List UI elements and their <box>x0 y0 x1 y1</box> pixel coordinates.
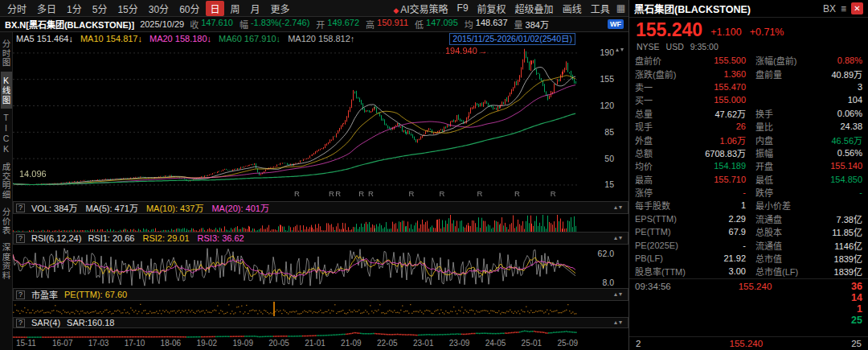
toolbar-menu-item[interactable]: ◆AI交易策略 <box>393 2 448 15</box>
sidebar-item-分价表[interactable]: 分价表 <box>1 204 12 240</box>
quote-row: 总额6708.83万振幅0.56% <box>629 146 868 159</box>
layout-grid-icon[interactable]: ▦ <box>616 2 625 14</box>
quote-label: 最高 <box>635 173 685 186</box>
quote-label: 流通盘 <box>746 212 799 225</box>
quote-label: 开盘 <box>746 159 799 172</box>
timeframe-tab-多日[interactable]: 多日 <box>33 1 60 16</box>
timeframe-tab-30分[interactable]: 30分 <box>145 1 173 16</box>
info-bar: BX.N[黑石集团(BLACKSTONE)] 2025/10/29 收147.6… <box>0 17 628 32</box>
quote-label: 总额 <box>635 146 685 159</box>
collapse-up-icon[interactable]: ▴ <box>614 291 617 298</box>
toolbar-menu-item[interactable]: 工具 <box>591 2 610 15</box>
info-field: 幅-1.83%(-2.746) <box>240 18 309 31</box>
timeframe-tab-1分[interactable]: 1分 <box>63 1 86 16</box>
collapse-up-icon[interactable]: ▴ <box>616 47 619 53</box>
x-axis-label: 16-07 <box>52 339 73 348</box>
volume-canvas[interactable] <box>13 214 577 232</box>
timeframe-tab-周[interactable]: 周 <box>227 1 244 16</box>
pe-canvas[interactable] <box>13 301 577 317</box>
sidebar-item-深度资料[interactable]: 深度资料 <box>1 239 12 284</box>
quote-label: 流通值 <box>746 239 799 252</box>
quote-value: 46.56万 <box>799 134 862 146</box>
quote-label: 涨幅(盘前) <box>746 54 799 67</box>
toolbar-menu-item[interactable]: 前复权 <box>477 2 506 15</box>
quote-value: 104 <box>799 95 862 105</box>
quote-row: 外盘1.06万内盘46.56万 <box>629 133 868 146</box>
quote-value: 24.38 <box>799 121 862 131</box>
help-icon[interactable]: ? <box>16 290 25 299</box>
sidebar-item-分时图[interactable]: 分时图 <box>1 35 12 72</box>
price-row: 155.240 +1.100 +0.71% <box>629 18 868 40</box>
date-range-box[interactable]: 2015/11/25-2026/01/02(2540日) <box>449 33 575 45</box>
sidebar-item-成交明细[interactable]: 成交明细 <box>1 159 12 204</box>
price-change: +1.100 <box>710 27 742 40</box>
quote-row: 现手26量比24.38 <box>629 120 868 133</box>
quote-row: PE(TTM)67.9总股本11.85亿 <box>629 225 868 238</box>
volume-header-value: VOL: 384万 <box>31 201 77 214</box>
quote-row: 涨停-跌停- <box>629 186 868 199</box>
info-field-label: 均 <box>465 18 473 31</box>
collapse-down-icon[interactable]: ▾ <box>619 319 622 326</box>
collapse-down-icon[interactable]: ▾ <box>619 291 622 298</box>
quote-value: 0.56% <box>799 148 862 158</box>
close-icon[interactable]: ✕ <box>851 2 863 14</box>
quote-label: 换手 <box>746 107 799 120</box>
quote-value: 155.500 <box>685 56 746 65</box>
timeframe-tab-更多[interactable]: 更多 <box>267 1 294 16</box>
info-field-label: 量 <box>514 18 523 31</box>
main-chart-canvas[interactable] <box>13 45 577 190</box>
wf-badge[interactable]: WF <box>608 19 624 29</box>
footer-left: 2 <box>636 339 641 348</box>
info-field-value: -1.83%(-2.746) <box>251 18 309 31</box>
timeframe-tab-15分[interactable]: 15分 <box>113 1 141 16</box>
tick-volume: 25 <box>829 315 862 326</box>
timeframe-tab-60分[interactable]: 60分 <box>175 1 203 16</box>
charts-stack: MA5 151.464↓MA10 154.817↓MA20 158.180↓MA… <box>13 32 628 350</box>
collapse-up-icon[interactable]: ▴ <box>614 204 617 211</box>
quote-label: 振幅 <box>746 146 799 159</box>
sar-pane-header: ? SAR(4) SAR:160.18 ▴▾ <box>13 317 628 328</box>
toolbar-menu-item[interactable]: 画线 <box>563 2 582 15</box>
collapse-down-icon[interactable]: ▾ <box>620 47 624 53</box>
tick-list[interactable]: 09:34:56155.2403614125 <box>629 278 868 336</box>
collapse-up-icon[interactable]: ▴ <box>614 235 617 241</box>
quote-value: 154.850 <box>799 175 862 184</box>
price-scale-label: 50 <box>579 154 614 163</box>
quote-row: 每手股数1最小价差 <box>629 199 868 212</box>
quote-label: 量比 <box>746 120 799 133</box>
tick-volume: 1 <box>829 303 862 315</box>
quote-label: 均价 <box>635 159 685 172</box>
x-axis-label: 22-05 <box>377 339 398 348</box>
timeframe-tab-日[interactable]: 日 <box>206 1 223 16</box>
timeframe-tab-月[interactable]: 月 <box>247 1 264 16</box>
sidebar-item-K线图[interactable]: K线图 <box>1 72 12 109</box>
quote-value: - <box>799 187 862 197</box>
collapse-up-icon[interactable]: ▴ <box>614 319 617 326</box>
x-axis-label: 21-01 <box>305 339 326 348</box>
quote-grid: 盘前价155.500涨幅(盘前)0.88%涨跌(盘前)1.360盘前量40.89… <box>629 52 868 278</box>
collapse-down-icon[interactable]: ▾ <box>619 235 622 241</box>
tick-volume: 14 <box>829 292 862 303</box>
rsi-canvas[interactable] <box>13 245 577 288</box>
toolbar-menu-item[interactable]: F9 <box>457 2 469 14</box>
sidebar-item-TICK[interactable]: TICK <box>1 109 12 159</box>
ma-value-MA10: MA10 154.817↓ <box>80 34 142 43</box>
quote-row: 买一155.000104 <box>629 93 868 106</box>
arrow-right-icon: → <box>479 46 488 56</box>
x-axis: 15-1116-0717-0317-1018-0619-0219-0920-05… <box>13 338 628 349</box>
collapse-down-icon[interactable]: ▾ <box>619 204 622 211</box>
quote-value: 67.9 <box>685 227 746 237</box>
currency-label: USD <box>666 42 684 51</box>
timeframe-tab-5分[interactable]: 5分 <box>88 1 112 16</box>
x-axis-label: 17-10 <box>125 339 145 348</box>
timeframe-tab-分时[interactable]: 分时 <box>3 1 31 16</box>
sar-canvas[interactable] <box>13 328 577 338</box>
help-icon[interactable]: ? <box>16 319 25 327</box>
help-icon[interactable]: ? <box>16 204 25 212</box>
help-icon[interactable]: ? <box>16 234 25 243</box>
quote-label: 总市值 <box>746 252 799 265</box>
price-change-pct: +0.71% <box>750 27 784 40</box>
toolbar-menu-item[interactable]: 超级叠加 <box>515 2 554 15</box>
timeframe-tabs: 分时多日1分5分15分30分60分日周月更多 <box>3 1 294 16</box>
menu-icon[interactable]: ≡ <box>841 3 846 14</box>
